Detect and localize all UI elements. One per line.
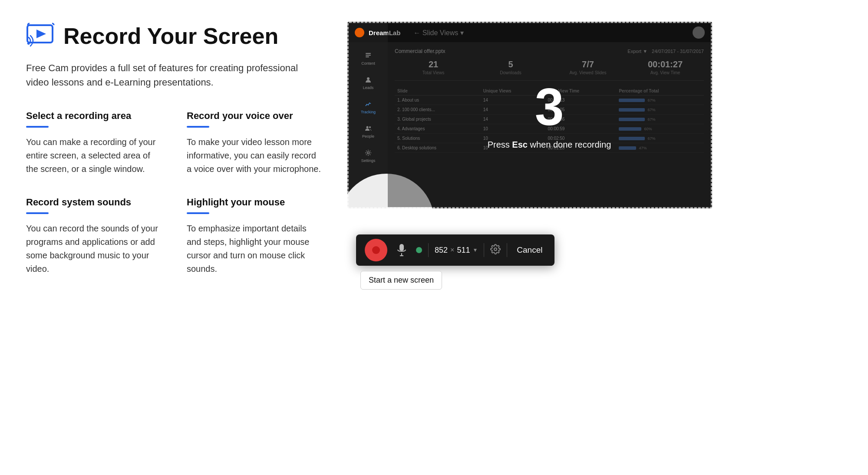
- svg-point-6: [366, 126, 369, 129]
- svg-rect-4: [366, 56, 369, 57]
- toolbar-width: 852: [435, 246, 448, 255]
- settings-button[interactable]: [490, 244, 501, 257]
- right-panel: DreamLab ← Slide Views ▾ Content: [347, 17, 842, 290]
- tracking-icon: [364, 100, 372, 108]
- svg-rect-2: [366, 53, 371, 54]
- sidebar-label-leads: Leads: [363, 86, 374, 90]
- sidebar-item-content: Content: [349, 48, 388, 69]
- sidebar-item-settings: Settings: [349, 145, 388, 166]
- sidebar-label-content: Content: [361, 61, 375, 66]
- svg-point-9: [372, 246, 380, 254]
- content-icon: [364, 52, 372, 59]
- record-button[interactable]: [365, 239, 387, 261]
- page-title: Record Your Screen: [63, 24, 278, 49]
- feature-desc-2: You can record the sounds of your progra…: [26, 222, 161, 276]
- countdown-overlay: 3 Press Esc when done recording: [388, 23, 711, 207]
- feature-item-3: Highlight your mouse To emphasize import…: [187, 197, 321, 276]
- toolbar-divider: [428, 243, 429, 257]
- feature-underline-3: [187, 212, 209, 214]
- sidebar-label-tracking: Tracking: [361, 110, 376, 114]
- recording-area: DreamLab ← Slide Views ▾ Content: [347, 22, 712, 208]
- app-screenshot: DreamLab ← Slide Views ▾ Content: [349, 23, 711, 207]
- cancel-button[interactable]: Cancel: [513, 245, 546, 255]
- recording-toolbar: 852 × 511 ▼ Cancel: [356, 234, 554, 266]
- feature-item-2: Record system sounds You can record the …: [26, 197, 161, 276]
- feature-underline-0: [26, 126, 49, 128]
- gear-icon: [490, 244, 501, 254]
- settings-icon-sidebar: [364, 149, 372, 157]
- toolbar-divider-2: [484, 243, 484, 257]
- svg-point-7: [369, 126, 371, 128]
- microphone-icon: [396, 244, 407, 257]
- tooltip-box: Start a new screen: [360, 271, 442, 290]
- feature-item-1: Record your voice over To make your vide…: [187, 110, 321, 176]
- feature-desc-1: To make your video lesson more informati…: [187, 135, 321, 176]
- toolbar-wrapper: 852 × 511 ▼ Cancel Start a new screen: [347, 208, 554, 290]
- hint-suffix: when done recording: [528, 140, 611, 149]
- sidebar-item-leads: Leads: [349, 73, 388, 93]
- feature-title-3: Highlight your mouse: [187, 197, 321, 208]
- hint-prefix: Press: [488, 140, 512, 149]
- feature-title-1: Record your voice over: [187, 110, 321, 122]
- header-row: Record Your Screen: [26, 22, 321, 51]
- countdown-hint: Press Esc when done recording: [488, 140, 611, 150]
- screen-record-icon: [26, 22, 56, 51]
- app-body: Content Leads Tracking: [349, 42, 711, 207]
- sidebar-item-people: People: [349, 121, 388, 142]
- toolbar-dimensions: 852 × 511 ▼: [435, 246, 478, 255]
- feature-underline-2: [26, 212, 49, 214]
- app-logo: [355, 28, 364, 37]
- left-panel: Record Your Screen Free Cam provides a f…: [26, 17, 321, 290]
- leads-icon: [364, 76, 372, 84]
- sidebar-item-tracking: Tracking: [349, 97, 388, 118]
- microphone-button[interactable]: [393, 242, 410, 258]
- features-grid: Select a recording area You can make a r…: [26, 110, 321, 276]
- feature-desc-3: To emphasize important details and steps…: [187, 222, 321, 276]
- people-icon: [364, 125, 372, 132]
- feature-desc-0: You can make a recording of your entire …: [26, 135, 161, 176]
- svg-point-13: [494, 248, 497, 251]
- subtitle-text: Free Cam provides a full set of features…: [26, 61, 313, 89]
- dimensions-dropdown[interactable]: ▼: [472, 247, 478, 253]
- hint-key: Esc: [512, 140, 528, 149]
- feature-title-0: Select a recording area: [26, 110, 161, 122]
- svg-rect-10: [399, 244, 404, 251]
- svg-rect-3: [366, 55, 371, 56]
- audio-indicator: [416, 247, 422, 253]
- feature-underline-1: [187, 126, 209, 128]
- feature-title-2: Record system sounds: [26, 197, 161, 208]
- svg-point-5: [367, 77, 370, 80]
- toolbar-height: 511: [457, 246, 470, 255]
- svg-point-8: [367, 152, 370, 154]
- toolbar-divider-3: [507, 243, 507, 257]
- dimensions-x-separator: ×: [450, 246, 454, 254]
- sidebar-label-settings: Settings: [361, 158, 376, 163]
- record-icon: [371, 245, 381, 255]
- countdown-number: 3: [535, 81, 564, 133]
- feature-item-0: Select a recording area You can make a r…: [26, 110, 161, 176]
- sidebar-label-people: People: [362, 134, 374, 139]
- svg-marker-1: [36, 30, 46, 38]
